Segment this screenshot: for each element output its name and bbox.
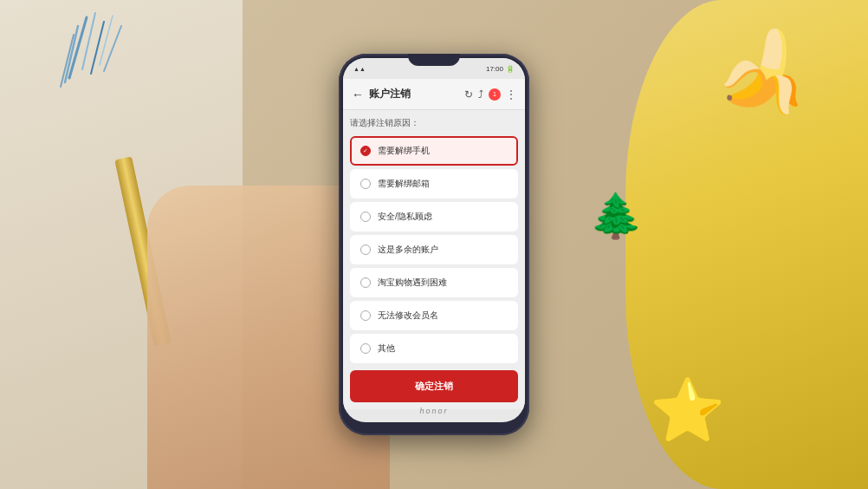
status-time: 17:00	[486, 65, 503, 73]
pinecone-decoration: 🌲	[589, 191, 643, 241]
confirm-button[interactable]: 确定注销	[350, 370, 518, 402]
app-content: 请选择注销原因： 需要解绑手机 需要解绑邮箱 安	[343, 110, 525, 409]
option-other-label: 其他	[378, 342, 395, 355]
radio-change-name	[360, 310, 371, 321]
app-header: ← 账户注销 ↻ ⤴ 1 ⋮	[343, 79, 525, 110]
phone: ▲▲ 17:00 🔋 ← 账户注销 ↻ ⤴ 1 ⋮	[339, 54, 529, 435]
more-icon[interactable]: ⋮	[506, 88, 516, 101]
refresh-icon[interactable]: ↻	[464, 88, 473, 101]
section-label: 请选择注销原因：	[350, 117, 518, 129]
blue-sparkle-decoration	[17, 9, 147, 113]
option-shopping-label: 淘宝购物遇到困难	[378, 277, 447, 289]
page-title: 账户注销	[369, 87, 459, 101]
option-security-label: 安全/隐私顾虑	[378, 211, 432, 223]
radio-other	[360, 343, 371, 354]
phone-notch	[408, 54, 460, 66]
option-duplicate-account[interactable]: 这是多余的账户	[350, 235, 518, 264]
status-signal: ▲▲	[353, 66, 366, 72]
radio-unbind-phone	[360, 146, 371, 156]
options-list: 需要解绑手机 需要解绑邮箱 安全/隐私顾虑 这	[350, 136, 518, 363]
option-unbind-phone[interactable]: 需要解绑手机	[350, 136, 518, 166]
svg-line-6	[104, 26, 121, 71]
notification-badge[interactable]: 1	[489, 88, 501, 101]
option-shopping-trouble[interactable]: 淘宝购物遇到困难	[350, 268, 518, 297]
option-duplicate-label: 这是多余的账户	[378, 244, 438, 256]
option-unbind-phone-label: 需要解绑手机	[378, 145, 430, 157]
radio-unbind-email	[360, 179, 371, 189]
option-other[interactable]: 其他	[350, 334, 518, 363]
option-change-name-label: 无法修改会员名	[378, 310, 438, 322]
star-decoration: ⭐	[650, 375, 725, 446]
option-change-name[interactable]: 无法修改会员名	[350, 301, 518, 330]
status-right: 17:00 🔋	[486, 65, 515, 73]
battery-icon: 🔋	[506, 65, 515, 73]
share-icon[interactable]: ⤴	[478, 88, 483, 101]
header-actions: ↻ ⤴ 1 ⋮	[464, 88, 516, 101]
radio-shopping	[360, 277, 371, 288]
option-unbind-email-label: 需要解绑邮箱	[378, 178, 430, 190]
phone-brand: honor	[419, 407, 448, 415]
svg-line-4	[100, 16, 113, 65]
option-unbind-email[interactable]: 需要解绑邮箱	[350, 169, 518, 199]
scene: 🍌 🌲 ⭐ ▲▲ 17:00 🔋 ← 账户注销	[0, 0, 868, 489]
back-button[interactable]: ←	[352, 88, 364, 101]
phone-screen: ▲▲ 17:00 🔋 ← 账户注销 ↻ ⤴ 1 ⋮	[343, 58, 525, 422]
radio-duplicate	[360, 244, 371, 255]
option-security-privacy[interactable]: 安全/隐私顾虑	[350, 202, 518, 231]
svg-line-2	[91, 22, 104, 74]
svg-line-5	[61, 35, 74, 87]
radio-security	[360, 212, 371, 222]
